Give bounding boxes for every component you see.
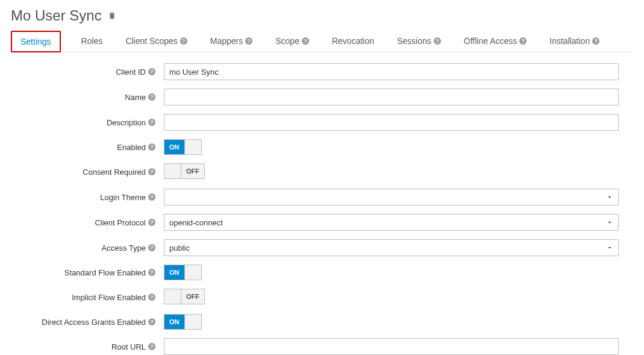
consent-required-label: Consent Required? (13, 168, 164, 177)
help-icon[interactable]: ? (148, 168, 155, 175)
help-icon[interactable]: ? (245, 37, 252, 45)
help-icon[interactable]: ? (592, 37, 599, 45)
client-id-input[interactable] (164, 63, 619, 80)
direct-access-toggle[interactable]: ON (164, 314, 202, 330)
standard-flow-label: Standard Flow Enabled? (13, 268, 164, 277)
tab-roles[interactable]: Roles (79, 30, 105, 52)
tab-settings[interactable]: Settings (11, 31, 61, 52)
client-protocol-select[interactable]: openid-connect (164, 214, 619, 231)
help-icon[interactable]: ? (148, 244, 155, 251)
implicit-flow-toggle[interactable]: OFF (164, 289, 205, 304)
access-type-select[interactable]: public (164, 239, 619, 256)
login-theme-label: Login Theme? (13, 193, 164, 202)
help-icon[interactable]: ? (302, 37, 309, 45)
description-input[interactable] (164, 114, 619, 131)
page-title: Mo User Sync (11, 7, 102, 24)
settings-form: Client ID? Name? Description? Enabled? O… (11, 63, 633, 355)
direct-access-label: Direct Access Grants Enabled? (13, 318, 164, 327)
name-label: Name? (13, 93, 164, 102)
help-icon[interactable]: ? (434, 37, 441, 45)
help-icon[interactable]: ? (519, 37, 527, 45)
help-icon[interactable]: ? (148, 343, 155, 350)
root-url-label: Root URL? (13, 342, 164, 351)
client-id-label: Client ID? (13, 68, 164, 77)
consent-required-toggle[interactable]: OFF (164, 163, 205, 179)
client-protocol-label: Client Protocol? (13, 218, 164, 227)
description-label: Description? (13, 118, 164, 127)
help-icon[interactable]: ? (148, 119, 155, 126)
help-icon[interactable]: ? (148, 93, 155, 101)
help-icon[interactable]: ? (148, 219, 155, 226)
tab-sessions[interactable]: Sessions? (395, 30, 443, 52)
help-icon[interactable]: ? (148, 294, 155, 301)
tab-client-scopes[interactable]: Client Scopes? (123, 30, 189, 52)
tabs-bar: SettingsRolesClient Scopes?Mappers?Scope… (11, 30, 633, 52)
root-url-input[interactable] (164, 338, 619, 355)
tab-revocation[interactable]: Revocation (330, 30, 377, 52)
trash-icon[interactable] (108, 11, 116, 20)
name-input[interactable] (164, 89, 619, 105)
page-header: Mo User Sync (11, 7, 633, 24)
tab-scope[interactable]: Scope? (273, 30, 311, 52)
enabled-toggle[interactable]: ON (164, 139, 202, 155)
enabled-label: Enabled? (13, 143, 164, 152)
tab-offline-access[interactable]: Offline Access? (461, 30, 529, 52)
help-icon[interactable]: ? (148, 193, 155, 201)
help-icon[interactable]: ? (148, 68, 155, 75)
access-type-label: Access Type? (13, 243, 164, 253)
help-icon[interactable]: ? (180, 37, 187, 45)
help-icon[interactable]: ? (148, 318, 155, 325)
implicit-flow-label: Implicit Flow Enabled? (13, 293, 164, 302)
help-icon[interactable]: ? (148, 269, 155, 276)
help-icon[interactable]: ? (148, 143, 155, 151)
tab-mappers[interactable]: Mappers? (208, 30, 255, 52)
tab-installation[interactable]: Installation? (547, 30, 602, 52)
standard-flow-toggle[interactable]: ON (164, 265, 202, 280)
login-theme-select[interactable] (164, 189, 619, 206)
